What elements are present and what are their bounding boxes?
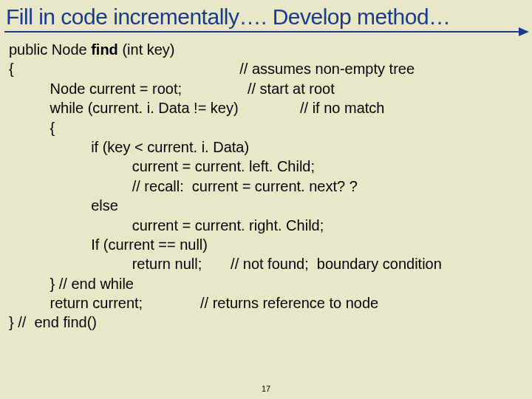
code-line: Node current = root; // start at root bbox=[9, 79, 525, 98]
code-line: return null; // not found; boundary cond… bbox=[9, 254, 525, 273]
code-line: } // end find() bbox=[9, 313, 525, 332]
title-underline bbox=[4, 31, 528, 33]
code-line: // recall: current = current. next? ? bbox=[9, 177, 525, 196]
page-number: 17 bbox=[262, 384, 270, 393]
code-line: { // assumes non-empty tree bbox=[9, 59, 525, 78]
code-line: current = current. right. Child; bbox=[9, 216, 525, 235]
code-line: return current; // returns reference to … bbox=[9, 293, 525, 313]
slide-title: Fill in code incrementally…. Develop met… bbox=[0, 0, 532, 31]
code-line: else bbox=[9, 196, 525, 215]
code-block: public Node find (int key) { // assumes … bbox=[0, 33, 532, 332]
code-line: while (current. i. Data != key) // if no… bbox=[9, 98, 525, 117]
code-line: } // end while bbox=[9, 274, 525, 293]
code-line: If (current == null) bbox=[9, 235, 525, 254]
arrow-right-icon bbox=[519, 27, 529, 36]
code-line: { bbox=[9, 118, 525, 137]
code-line: current = current. left. Child; bbox=[9, 157, 525, 176]
code-line: public Node find (int key) bbox=[9, 40, 525, 59]
code-line: if (key < current. i. Data) bbox=[9, 137, 525, 157]
